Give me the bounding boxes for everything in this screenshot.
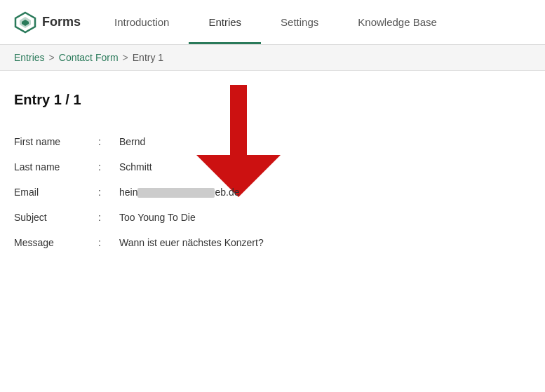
header: Forms Introduction Entries Settings Know…: [0, 0, 545, 45]
tab-settings[interactable]: Settings: [261, 0, 338, 44]
field-value-last-name: Schmitt: [119, 161, 152, 173]
forms-logo-icon: [14, 11, 36, 34]
field-value-subject: Too Young To Die: [119, 212, 196, 223]
field-colon-last-name: :: [98, 161, 119, 173]
main-content: Entry 1 / 1 First name : Bernd Last name…: [0, 71, 545, 269]
field-colon-email: :: [98, 187, 119, 198]
breadcrumb-entries[interactable]: Entries: [14, 52, 45, 63]
field-value-email: heineb.de: [119, 187, 240, 198]
email-blur-mask: [137, 188, 215, 198]
field-value-first-name: Bernd: [119, 136, 145, 147]
breadcrumb-sep-1: >: [49, 52, 55, 63]
field-row-message: Message : Wann ist euer nächstes Konzert…: [14, 230, 531, 255]
field-label-email: Email: [14, 187, 98, 198]
field-row-first-name: First name : Bernd: [14, 129, 531, 154]
field-colon-message: :: [98, 237, 119, 248]
field-colon-subject: :: [98, 212, 119, 223]
field-row-email: Email : heineb.de: [14, 180, 531, 205]
breadcrumb-entry-1: Entry 1: [133, 52, 163, 63]
email-prefix: hein: [119, 187, 137, 198]
logo-area: Forms: [0, 11, 95, 34]
breadcrumb: Entries > Contact Form > Entry 1: [0, 45, 545, 71]
field-label-message: Message: [14, 237, 98, 248]
field-label-first-name: First name: [14, 136, 98, 147]
breadcrumb-contact-form[interactable]: Contact Form: [59, 52, 119, 63]
field-label-last-name: Last name: [14, 161, 98, 173]
tab-entries[interactable]: Entries: [189, 0, 261, 44]
field-colon-first-name: :: [98, 136, 119, 147]
tab-knowledge-base[interactable]: Knowledge Base: [338, 0, 457, 44]
field-row-last-name: Last name : Schmitt: [14, 154, 531, 180]
email-suffix: eb.de: [215, 187, 239, 198]
nav-tabs: Introduction Entries Settings Knowledge …: [95, 0, 545, 44]
entry-title: Entry 1 / 1: [14, 92, 531, 108]
fields-table: First name : Bernd Last name : Schmitt E…: [14, 129, 531, 255]
breadcrumb-sep-2: >: [123, 52, 128, 63]
logo-label: Forms: [42, 15, 81, 29]
field-value-message: Wann ist euer nächstes Konzert?: [119, 237, 264, 248]
tab-introduction[interactable]: Introduction: [95, 0, 189, 44]
field-row-subject: Subject : Too Young To Die: [14, 205, 531, 230]
field-label-subject: Subject: [14, 212, 98, 223]
